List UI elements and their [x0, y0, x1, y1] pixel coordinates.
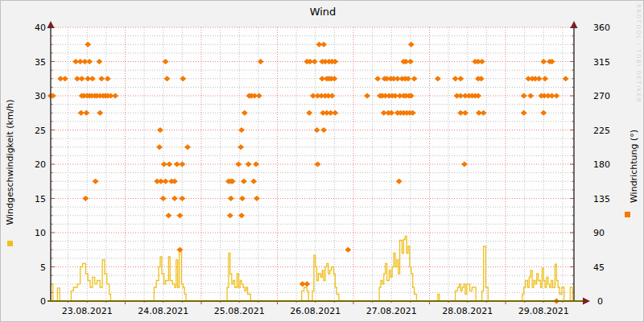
y-left-tick-label: 0	[40, 296, 46, 307]
y-right-tick-label: 225	[593, 126, 610, 136]
rrdtool-watermark: RRDTOOL / TOBI OETIKER	[635, 4, 642, 103]
y-axis-right-arrow	[571, 21, 578, 28]
y-left-tick-label: 15	[35, 194, 46, 204]
wind-direction-legend-swatch	[625, 212, 630, 217]
wind-chart: 0510152025303540045901351802252703153602…	[1, 1, 644, 322]
wind-speed-legend-swatch	[7, 241, 13, 246]
x-date-tick-label: 26.08.2021	[290, 306, 341, 316]
y-right-tick-label: 45	[593, 262, 605, 273]
y-right-tick-label: 360	[593, 23, 610, 33]
y-left-tick-label: 40	[35, 23, 46, 33]
y-left-tick-label: 25	[35, 126, 46, 136]
chart-title: Wind	[1, 6, 644, 18]
y-right-tick-label: 270	[593, 91, 610, 101]
x-axis-arrow	[583, 298, 590, 305]
y-left-tick-label: 20	[35, 159, 46, 170]
y-left-tick-label: 10	[35, 228, 46, 238]
y-axis-left-label: Windgeschwindigkeit (km/h)	[5, 70, 15, 255]
y-right-tick-label: 180	[593, 159, 610, 170]
x-date-tick-label: 29.08.2021	[518, 306, 569, 316]
y-right-tick-label: 135	[593, 194, 610, 204]
y-left-tick-label: 5	[40, 262, 46, 273]
x-date-tick-label: 23.08.2021	[62, 306, 113, 316]
y-right-tick-label: 0	[597, 296, 603, 307]
y-left-tick-label: 35	[35, 57, 46, 68]
y-axis-left-arrow	[47, 21, 55, 28]
x-date-tick-label: 25.08.2021	[214, 306, 265, 316]
y-axis-right-label: Windrichtung (°)	[629, 78, 639, 255]
y-right-tick-label: 90	[593, 228, 605, 238]
x-date-tick-label: 28.08.2021	[442, 306, 493, 316]
y-left-tick-label: 30	[35, 91, 46, 101]
x-date-tick-label: 24.08.2021	[138, 306, 188, 316]
y-right-tick-label: 315	[593, 57, 610, 68]
x-date-tick-label: 27.08.2021	[366, 306, 417, 316]
rrdtool-wind-graph: 0510152025303540045901351802252703153602…	[0, 0, 644, 322]
